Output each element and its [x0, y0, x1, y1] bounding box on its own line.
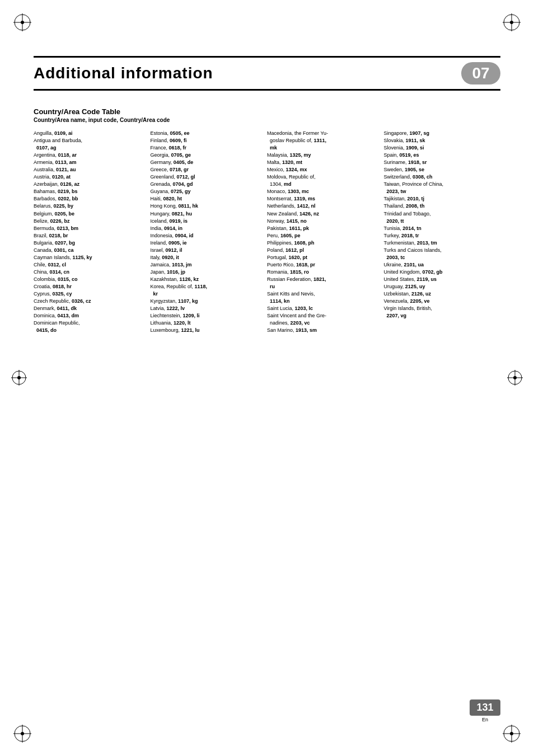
list-item: Malta, 1320, mt [267, 159, 380, 166]
corner-mark-tl [11, 11, 34, 34]
list-item: Georgia, 0705, ge [151, 152, 263, 159]
page: Additional information 07 Country/Area C… [0, 0, 534, 756]
svg-point-11 [21, 732, 24, 735]
list-item: Cayman Islands, 1125, ky [34, 254, 146, 261]
country-col-1: Estonia, 0505, eeFinland, 0609, fiFrance… [151, 130, 268, 334]
list-item: goslav Republic of, 1311, [267, 137, 380, 144]
list-item: Trinidad and Tobago, [384, 210, 496, 218]
list-item: Germany, 0405, de [151, 159, 263, 166]
country-col-3: Singapore, 1907, sgSlovakia, 1911, skSlo… [384, 130, 501, 334]
corner-mark-br [500, 722, 523, 745]
corner-mark-bl [11, 722, 34, 745]
svg-point-19 [17, 376, 21, 379]
list-item: United Kingdom, 0702, gb [384, 269, 496, 276]
list-item: Dominica, 0413, dm [34, 312, 146, 320]
list-item: Norway, 1415, no [267, 218, 380, 225]
list-item: Brazil, 0218, br [34, 232, 146, 240]
page-title: Additional information [34, 64, 213, 82]
list-item: Barbados, 0202, bb [34, 195, 146, 203]
country-col-0: Anguilla, 0109, aiAntigua and Barbuda, 0… [34, 130, 151, 334]
page-header: Additional information 07 [34, 56, 500, 91]
list-item: Puerto Rico, 1618, pr [267, 261, 380, 269]
list-item: Belgium, 0205, be [34, 210, 146, 218]
list-item: 2003, tc [384, 254, 496, 261]
svg-point-15 [510, 732, 513, 735]
list-item: Indonesia, 0904, id [151, 232, 263, 240]
list-item: Bahamas, 0219, bs [34, 188, 146, 195]
list-item: Denmark, 0411, dk [34, 305, 146, 312]
list-item: Hong Kong, 0811, hk [151, 203, 263, 210]
list-item: Belarus, 0225, by [34, 203, 146, 210]
list-item: Dominican Republic, [34, 320, 146, 327]
list-item: Czech Republic, 0326, cz [34, 298, 146, 305]
list-item: Jamaica, 1013, jm [151, 261, 263, 269]
country-table: Anguilla, 0109, aiAntigua and Barbuda, 0… [34, 130, 500, 334]
list-item: Moldova, Republic of, [267, 173, 380, 181]
list-item: nadines, 2203, vc [267, 320, 380, 327]
list-item: Portugal, 1620, pt [267, 254, 380, 261]
list-item: Switzerland, 0308, ch [384, 173, 496, 181]
mid-mark-right [507, 367, 523, 390]
corner-mark-tr [500, 11, 523, 34]
list-item: Macedonia, the Former Yu- [267, 130, 380, 137]
list-item: Saint Vincent and the Gre- [267, 312, 380, 320]
list-item: Antigua and Barbuda, [34, 137, 146, 144]
list-item: Liechtenstein, 1209, li [151, 312, 263, 320]
list-item: San Marino, 1913, sm [267, 327, 380, 334]
list-item: Italy, 0920, it [151, 254, 263, 261]
list-item: 1304, md [267, 181, 380, 188]
list-item: Taiwan, Province of China, [384, 181, 496, 188]
list-item: ru [267, 283, 380, 290]
list-item: kr [151, 290, 263, 298]
list-item: Bulgaria, 0207, bg [34, 240, 146, 247]
list-item: Turkmenistan, 2013, tm [384, 240, 496, 247]
list-item: Argentina, 0118, ar [34, 152, 146, 159]
page-number: 131 [470, 699, 500, 716]
chapter-number: 07 [461, 62, 500, 84]
list-item: Malaysia, 1325, my [267, 152, 380, 159]
list-item: Iceland, 0919, is [151, 218, 263, 225]
list-item: Uruguay, 2125, uy [384, 283, 496, 290]
list-item: Lithuania, 1220, lt [151, 320, 263, 327]
list-item: Montserrat, 1319, ms [267, 195, 380, 203]
list-item: Uzbekistan, 2126, uz [384, 290, 496, 298]
list-item: Russian Federation, 1821, [267, 276, 380, 283]
list-item: Peru, 1605, pe [267, 232, 380, 240]
list-item: Israel, 0912, il [151, 247, 263, 254]
page-lang: En [482, 717, 488, 722]
list-item: Turkey, 2018, tr [384, 232, 496, 240]
list-item: 2020, tt [384, 218, 496, 225]
svg-point-7 [510, 21, 513, 24]
list-item: Netherlands, 1412, nl [267, 203, 380, 210]
page-footer: 131 En [470, 699, 500, 722]
list-item: Philippines, 1608, ph [267, 240, 380, 247]
list-item: Croatia, 0818, hr [34, 283, 146, 290]
list-item: Monaco, 1303, mc [267, 188, 380, 195]
list-item: Colombia, 0315, co [34, 276, 146, 283]
list-item: Greece, 0718, gr [151, 166, 263, 173]
list-item: Finland, 0609, fi [151, 137, 263, 144]
list-item: Armenia, 0113, am [34, 159, 146, 166]
list-item: Sweden, 1905, se [384, 166, 496, 173]
list-item: Poland, 1612, pl [267, 247, 380, 254]
list-item: China, 0314, cn [34, 269, 146, 276]
section-subtitle: Country/Area name, input code, Country/A… [34, 117, 500, 123]
list-item: 0107, ag [34, 144, 146, 152]
list-item: Slovakia, 1911, sk [384, 137, 496, 144]
list-item: Ukraine, 2101, ua [384, 261, 496, 269]
list-item: mk [267, 144, 380, 152]
list-item: Tajikistan, 2010, tj [384, 195, 496, 203]
mid-mark-left [11, 367, 27, 390]
list-item: Japan, 1016, jp [151, 269, 263, 276]
list-item: Singapore, 1907, sg [384, 130, 496, 137]
list-item: Belize, 0226, bz [34, 218, 146, 225]
list-item: Kyrgyzstan, 1107, kg [151, 298, 263, 305]
list-item: France, 0618, fr [151, 144, 263, 152]
list-item: Thailand, 2008, th [384, 203, 496, 210]
list-item: Hungary, 0821, hu [151, 210, 263, 218]
list-item: Pakistan, 1611, pk [267, 225, 380, 232]
list-item: Spain, 0519, es [384, 152, 496, 159]
list-item: Luxembourg, 1221, lu [151, 327, 263, 334]
list-item: Canada, 0301, ca [34, 247, 146, 254]
list-item: Turks and Caicos Islands, [384, 247, 496, 254]
